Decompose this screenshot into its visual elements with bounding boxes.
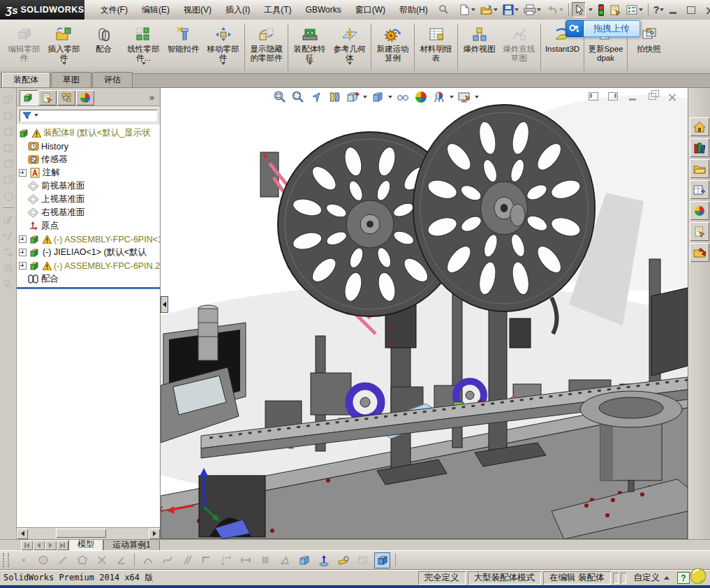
configuration-manager-tab[interactable] <box>57 90 75 105</box>
select-dropdown[interactable] <box>586 6 595 13</box>
ribbon-new-motion-study[interactable]: 新建运动算例 <box>373 21 413 73</box>
ribbon-assembly-features[interactable]: 装配体特征 <box>290 21 330 73</box>
restore-button[interactable] <box>684 4 698 15</box>
menu-edit[interactable]: 编辑(E) <box>135 1 176 19</box>
performance-traffic-light-icon[interactable] <box>596 2 607 18</box>
ribbon-mate[interactable]: 配合 <box>84 21 124 73</box>
corner-rectangle-icon[interactable] <box>198 552 214 568</box>
tree-horizontal-scrollbar[interactable] <box>17 527 160 539</box>
view-cube-icon[interactable] <box>2 174 15 186</box>
sketch-polygon-icon[interactable] <box>74 552 90 568</box>
scroll-left-button[interactable] <box>17 529 28 539</box>
dropdown-arrow[interactable] <box>475 96 479 98</box>
ribbon-smart-fasteners[interactable]: 智能扣件 <box>163 21 203 73</box>
ribbon-bill-of-materials[interactable]: 材料明细表 <box>416 21 456 73</box>
tree-item-annotations[interactable]: 注解 <box>18 166 160 179</box>
parallel-relation-icon[interactable] <box>179 552 195 568</box>
hide-show-items-icon[interactable] <box>395 89 411 105</box>
tree-item-jieliao[interactable]: (-) JIELIAO<1> (默认<默认 <box>18 246 160 259</box>
previous-tab-button[interactable] <box>33 541 45 550</box>
design-library-icon[interactable] <box>690 138 709 157</box>
feature-tree-tab[interactable] <box>20 90 38 105</box>
menu-view[interactable]: 视图(V) <box>177 1 218 19</box>
3d-cube-icon[interactable] <box>296 552 312 568</box>
tree-item-top-plane[interactable]: 上视基准面 <box>18 193 160 206</box>
menu-help[interactable]: 帮助(H) <box>393 1 434 19</box>
view-palette-icon[interactable] <box>690 180 709 199</box>
toolbar-grip[interactable] <box>3 553 9 567</box>
file-explorer-icon[interactable] <box>690 159 709 178</box>
reorder-icon[interactable] <box>2 246 15 258</box>
measure-tool-icon[interactable] <box>335 552 351 568</box>
scroll-thumb[interactable] <box>56 529 106 538</box>
ribbon-explode-line-sketch[interactable]: 爆炸直线草图 <box>499 21 539 73</box>
construction-frame-icon[interactable] <box>218 552 234 568</box>
ribbon-edit-component[interactable]: 编辑零部件 <box>4 21 44 73</box>
dropdown-arrow[interactable] <box>142 62 146 65</box>
dropdown-arrow[interactable] <box>62 62 66 65</box>
display-style-icon[interactable] <box>370 89 385 105</box>
sketch-spline-icon[interactable] <box>159 552 175 568</box>
windows-cascade-icon[interactable] <box>2 262 15 274</box>
section-view-icon[interactable] <box>327 89 342 105</box>
tab-evaluate[interactable]: 评估 <box>92 72 133 87</box>
filter-dropdown-arrow[interactable] <box>34 114 38 117</box>
save-icon[interactable] <box>501 2 521 17</box>
forum-folder-icon[interactable] <box>690 243 709 262</box>
view-cube-icon[interactable] <box>2 126 15 138</box>
split-pane-right-icon[interactable] <box>607 91 619 102</box>
model-tab[interactable]: 模型 <box>68 540 103 551</box>
tree-filter-box[interactable] <box>20 110 157 122</box>
next-tab-button[interactable] <box>45 541 57 550</box>
dropdown-arrow[interactable] <box>450 96 454 98</box>
tree-item-right-plane[interactable]: 右视基准面 <box>18 206 160 219</box>
menu-tools[interactable]: 工具(T) <box>258 1 297 19</box>
quick-tip-ball-icon[interactable] <box>688 566 706 584</box>
minimize-button[interactable] <box>666 4 680 15</box>
undo-icon[interactable] <box>544 2 565 17</box>
ribbon-show-hidden-components[interactable]: 显示隐藏的零部件 <box>246 21 286 73</box>
dropdown-arrow[interactable] <box>308 62 312 65</box>
help-icon[interactable]: ? <box>651 2 667 17</box>
display-manager-tab[interactable] <box>76 90 94 105</box>
add-sketch-icon[interactable] <box>2 230 15 242</box>
expand-plus[interactable] <box>19 235 27 243</box>
split-pane-left-icon[interactable] <box>587 91 600 102</box>
display-settings-icon[interactable] <box>624 2 645 17</box>
menu-gbworks[interactable]: GBWorks <box>299 2 348 17</box>
sketch-angle-icon[interactable] <box>113 552 129 568</box>
tab-assembly[interactable]: 装配体 <box>1 72 50 87</box>
tab-sketch[interactable]: 草图 <box>51 72 91 87</box>
expand-plus[interactable] <box>19 249 27 256</box>
apply-scene-icon[interactable] <box>431 89 447 105</box>
expand-plus[interactable] <box>19 169 27 177</box>
open-icon[interactable] <box>478 2 500 17</box>
ribbon-exploded-view[interactable]: 爆炸视图 <box>459 21 499 73</box>
motion-study-tab[interactable]: 运动算例1 <box>103 540 160 551</box>
move-entity-icon[interactable] <box>316 552 332 568</box>
select-cursor-icon[interactable] <box>572 2 586 17</box>
previous-view-icon[interactable] <box>309 89 324 105</box>
property-manager-tab[interactable] <box>38 90 57 105</box>
ribbon-move-component[interactable]: 移动零部件 <box>203 21 243 73</box>
zoom-to-area-icon[interactable] <box>290 89 306 105</box>
properties-icon[interactable] <box>607 2 623 17</box>
sketch-grid-icon[interactable] <box>257 552 273 568</box>
dropdown-arrow[interactable] <box>348 62 352 65</box>
tree-item-sensors[interactable]: 传感器 <box>18 153 160 166</box>
width-dimension-icon[interactable] <box>237 552 253 568</box>
expand-plus[interactable] <box>19 262 27 270</box>
first-tab-button[interactable] <box>21 541 33 550</box>
view-orientation-icon[interactable] <box>345 89 360 105</box>
edit-sketch-icon[interactable] <box>2 214 15 226</box>
ribbon-reference-geometry[interactable]: 参考几何体 <box>330 21 369 73</box>
search-icon[interactable] <box>436 2 451 17</box>
sketch-arc-icon[interactable] <box>140 552 156 568</box>
windows-tile-icon[interactable] <box>2 278 15 290</box>
angle-triangle-icon[interactable] <box>276 552 293 568</box>
doc-minimize-button[interactable] <box>626 91 639 102</box>
tree-item-front-plane[interactable]: 前视基准面 <box>18 179 160 193</box>
menu-insert[interactable]: 插入(I) <box>219 1 256 19</box>
view-cube-icon[interactable] <box>2 110 15 122</box>
sketch-circle-icon[interactable] <box>35 552 51 568</box>
